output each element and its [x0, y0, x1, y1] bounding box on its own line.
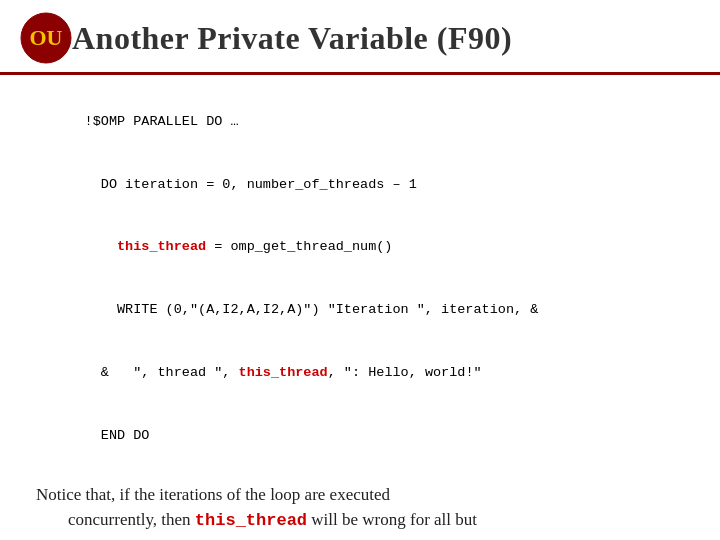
code-line-2: DO iteration = 0, number_of_threads – 1	[85, 177, 417, 192]
paragraph-1: Notice that, if the iterations of the lo…	[36, 482, 684, 540]
para1-this-thread-code: this_thread	[195, 511, 307, 530]
code-this-thread-2: this_thread	[239, 365, 328, 380]
header: OU Another Private Variable (F90)	[0, 0, 720, 75]
main-content: !$OMP PARALLEL DO … DO iteration = 0, nu…	[0, 75, 720, 540]
slide: OU Another Private Variable (F90) !$OMP …	[0, 0, 720, 540]
para1-indent-before: concurrently, then	[68, 510, 195, 529]
code-line-6: END DO	[85, 428, 150, 443]
code-line-4: WRITE (0,"(A,I2,A,I2,A)") "Iteration ", …	[85, 302, 539, 317]
ou-logo-icon: OU	[20, 12, 72, 64]
code-this-thread-1: this_thread	[117, 239, 206, 254]
para1-indent-after: will be wrong for all but	[307, 510, 477, 529]
slide-title: Another Private Variable (F90)	[72, 20, 512, 57]
code-block: !$OMP PARALLEL DO … DO iteration = 0, nu…	[36, 91, 684, 468]
para1-line2: concurrently, then this_thread will be w…	[36, 507, 684, 534]
para1-line3: one of the threads.	[36, 534, 684, 540]
svg-text:OU: OU	[30, 25, 63, 50]
code-line-5: & ", thread ", this_thread, ": Hello, wo…	[85, 365, 482, 380]
para1-line1: Notice that, if the iterations of the lo…	[36, 485, 390, 504]
code-line-3: this_thread = omp_get_thread_num()	[85, 239, 393, 254]
code-line-1: !$OMP PARALLEL DO …	[85, 114, 239, 129]
